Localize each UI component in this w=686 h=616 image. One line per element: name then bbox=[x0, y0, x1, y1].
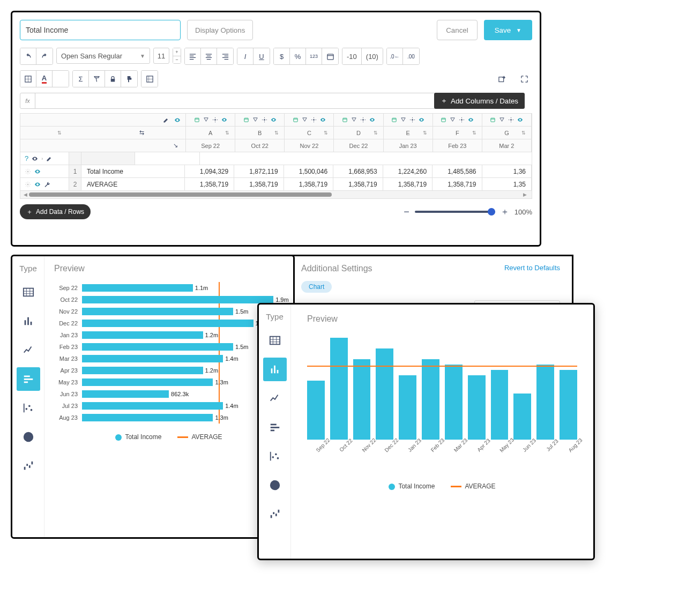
type-vbar-icon[interactable] bbox=[263, 358, 287, 381]
column-letter[interactable]: F⇅ bbox=[433, 127, 482, 139]
borders-button[interactable] bbox=[20, 71, 36, 87]
data-cell[interactable]: 1,358,719 bbox=[333, 178, 383, 190]
column-header-tools[interactable] bbox=[186, 114, 235, 126]
edit-icon[interactable] bbox=[46, 155, 53, 162]
column-month[interactable]: Jan 23 bbox=[384, 139, 433, 152]
type-hbar-icon[interactable] bbox=[263, 415, 287, 439]
column-letter[interactable]: G⇅ bbox=[482, 127, 532, 139]
column-month[interactable]: Nov 22 bbox=[285, 139, 334, 152]
type-waterfall-icon[interactable] bbox=[263, 502, 287, 526]
data-cell[interactable]: 1,485,586 bbox=[433, 165, 482, 177]
align-center-button[interactable] bbox=[201, 48, 217, 64]
increase-decimal-button[interactable]: .00 bbox=[403, 48, 419, 64]
gear-icon[interactable] bbox=[25, 181, 31, 188]
eye-icon[interactable] bbox=[34, 168, 41, 175]
text-color-button[interactable]: A bbox=[36, 71, 53, 87]
data-cell[interactable]: 1,224,260 bbox=[383, 165, 433, 177]
formula-input[interactable] bbox=[35, 93, 446, 108]
align-left-button[interactable] bbox=[185, 48, 201, 64]
insert-table-button[interactable] bbox=[141, 71, 158, 87]
undo-button[interactable] bbox=[20, 48, 36, 64]
percent-format-button[interactable]: % bbox=[290, 48, 306, 64]
redo-button[interactable] bbox=[36, 48, 53, 64]
data-cell[interactable]: 1,358,719 bbox=[234, 178, 284, 190]
type-line-icon[interactable] bbox=[263, 387, 287, 410]
column-month[interactable]: Oct 22 bbox=[235, 139, 285, 152]
zoom-in-button[interactable]: ＋ bbox=[501, 206, 509, 218]
type-pie-icon[interactable] bbox=[17, 425, 40, 449]
negative-paren-button[interactable]: (10) bbox=[362, 48, 383, 64]
type-table-icon[interactable] bbox=[17, 280, 40, 304]
zoom-out-button[interactable]: − bbox=[404, 206, 409, 218]
add-columns-button[interactable]: ＋Add Columns / Dates bbox=[434, 93, 525, 109]
paint-format-button[interactable] bbox=[121, 71, 137, 87]
type-line-icon[interactable] bbox=[17, 338, 40, 362]
align-right-button[interactable] bbox=[217, 48, 233, 64]
chevron-right-icon[interactable]: › bbox=[41, 156, 43, 161]
number-format-button[interactable]: 123 bbox=[306, 48, 322, 64]
font-size-up[interactable]: + bbox=[173, 48, 181, 56]
decrease-decimal-button[interactable]: .0← bbox=[387, 48, 403, 64]
data-cell[interactable]: 1,36 bbox=[482, 165, 532, 177]
column-header-tools[interactable] bbox=[433, 114, 482, 126]
add-rows-button[interactable]: ＋Add Data / Rows bbox=[20, 204, 91, 219]
fill-color-button[interactable] bbox=[53, 71, 69, 87]
column-header-tools[interactable] bbox=[384, 114, 433, 126]
row-name[interactable]: AVERAGE bbox=[81, 181, 184, 188]
column-letter[interactable]: D⇅ bbox=[334, 127, 383, 139]
data-cell[interactable]: 1,872,119 bbox=[234, 165, 284, 177]
revert-defaults-link[interactable]: Revert to Defaults bbox=[504, 264, 560, 272]
negative-dash-button[interactable]: -10 bbox=[342, 48, 362, 64]
horizontal-scrollbar[interactable]: ◀ ▶ bbox=[20, 191, 532, 198]
data-cell[interactable]: 1,358,719 bbox=[433, 178, 482, 190]
type-pie-icon[interactable] bbox=[263, 473, 287, 497]
export-button[interactable] bbox=[494, 71, 510, 87]
column-month[interactable]: Dec 22 bbox=[334, 139, 383, 152]
column-month[interactable]: Feb 23 bbox=[433, 139, 482, 152]
column-header-tools[interactable] bbox=[334, 114, 383, 126]
type-scatter-icon[interactable] bbox=[17, 396, 40, 420]
fullscreen-button[interactable] bbox=[516, 71, 532, 87]
data-cell[interactable]: 1,358,719 bbox=[284, 178, 333, 190]
data-cell[interactable]: 1,35 bbox=[482, 178, 532, 190]
column-header-tools[interactable] bbox=[285, 114, 334, 126]
data-cell[interactable]: 1,500,046 bbox=[284, 165, 333, 177]
currency-format-button[interactable]: $ bbox=[274, 48, 290, 64]
font-size-input[interactable]: 11 bbox=[153, 48, 169, 64]
row-name[interactable]: Total Income bbox=[81, 168, 184, 175]
eye-icon[interactable] bbox=[174, 117, 181, 123]
chart-tab-pill[interactable]: Chart bbox=[301, 281, 332, 293]
column-header-tools[interactable] bbox=[235, 114, 285, 126]
column-letter[interactable]: E⇅ bbox=[384, 127, 433, 139]
eye-icon[interactable] bbox=[34, 181, 41, 188]
edit-icon[interactable] bbox=[163, 117, 169, 123]
lock-button[interactable] bbox=[105, 71, 121, 87]
data-cell[interactable]: 1,358,719 bbox=[383, 178, 433, 190]
data-cell[interactable]: 1,668,953 bbox=[333, 165, 383, 177]
font-size-down[interactable]: − bbox=[173, 56, 181, 64]
type-waterfall-icon[interactable] bbox=[17, 454, 40, 478]
column-month[interactable]: Mar 2 bbox=[482, 139, 532, 152]
zoom-slider[interactable] bbox=[415, 211, 495, 213]
underline-button[interactable]: U bbox=[253, 48, 270, 64]
column-month[interactable]: Sep 22 bbox=[186, 139, 235, 152]
date-format-button[interactable] bbox=[322, 48, 338, 64]
data-cell[interactable]: 1,094,329 bbox=[185, 165, 234, 177]
gear-icon[interactable] bbox=[25, 168, 31, 175]
font-family-select[interactable]: Open Sans Regular▼ bbox=[56, 48, 150, 64]
type-vbar-icon[interactable] bbox=[17, 309, 40, 333]
wrench-icon[interactable] bbox=[44, 181, 50, 188]
save-button[interactable]: Save▼ bbox=[484, 20, 532, 40]
sheet-title-input[interactable] bbox=[20, 20, 181, 40]
type-hbar-icon[interactable] bbox=[17, 367, 40, 391]
clear-format-button[interactable] bbox=[89, 71, 105, 87]
sum-button[interactable]: Σ bbox=[73, 71, 89, 87]
column-letter[interactable]: B⇅ bbox=[235, 127, 285, 139]
column-header-tools[interactable] bbox=[482, 114, 532, 126]
type-table-icon[interactable] bbox=[263, 329, 287, 352]
type-scatter-icon[interactable] bbox=[263, 444, 287, 468]
italic-button[interactable]: I bbox=[237, 48, 253, 64]
column-letter[interactable]: C⇅ bbox=[285, 127, 334, 139]
display-options-button[interactable]: Display Options bbox=[187, 20, 253, 40]
help-icon[interactable]: ? bbox=[25, 154, 28, 162]
